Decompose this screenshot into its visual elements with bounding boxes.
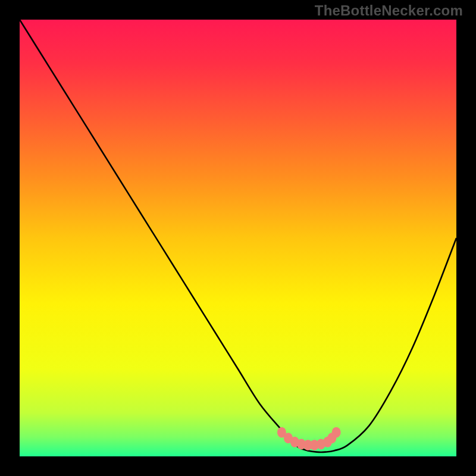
watermark-text: TheBottleNecker.com	[315, 2, 463, 19]
bottleneck-chart	[0, 0, 476, 476]
chart-container: TheBottleNecker.com	[0, 0, 476, 476]
highlight-marker	[332, 427, 341, 438]
